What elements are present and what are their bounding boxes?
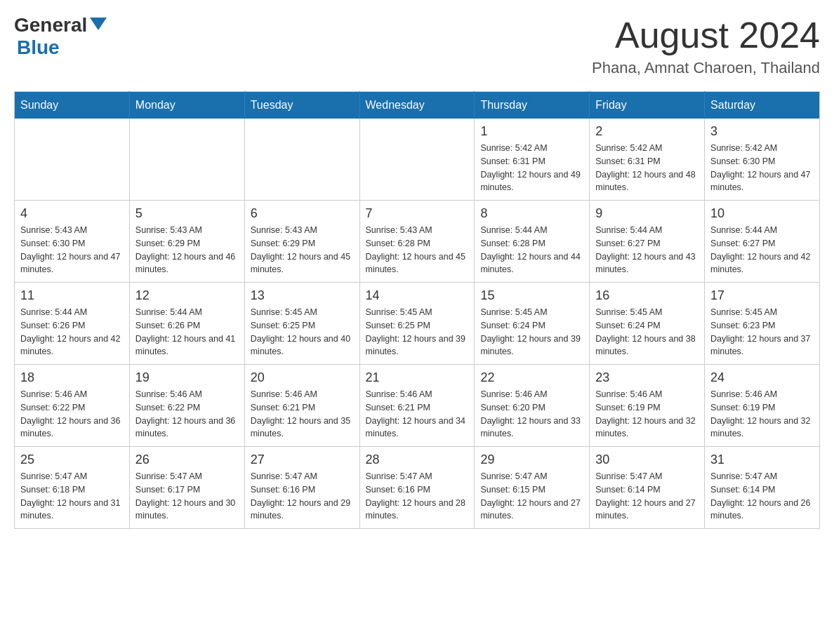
day-number: 31 bbox=[710, 452, 814, 467]
calendar-cell: 20Sunrise: 5:46 AMSunset: 6:21 PMDayligh… bbox=[244, 365, 359, 447]
calendar-week-row: 11Sunrise: 5:44 AMSunset: 6:26 PMDayligh… bbox=[15, 283, 820, 365]
calendar-cell bbox=[129, 119, 244, 201]
day-number: 21 bbox=[366, 370, 469, 385]
title-area: August 2024 Phana, Amnat Charoen, Thaila… bbox=[592, 14, 820, 77]
logo-blue-text: Blue bbox=[17, 36, 60, 58]
day-info: Sunrise: 5:46 AMSunset: 6:19 PMDaylight:… bbox=[710, 388, 814, 441]
day-number: 27 bbox=[251, 452, 354, 467]
calendar-cell: 24Sunrise: 5:46 AMSunset: 6:19 PMDayligh… bbox=[705, 365, 820, 447]
day-info: Sunrise: 5:43 AMSunset: 6:30 PMDaylight:… bbox=[20, 224, 124, 276]
calendar-cell: 22Sunrise: 5:46 AMSunset: 6:20 PMDayligh… bbox=[475, 365, 590, 447]
page-header: General Blue August 2024 Phana, Amnat Ch… bbox=[14, 14, 820, 77]
day-number: 19 bbox=[135, 370, 239, 385]
day-info: Sunrise: 5:44 AMSunset: 6:26 PMDaylight:… bbox=[20, 306, 124, 358]
calendar-cell: 30Sunrise: 5:47 AMSunset: 6:14 PMDayligh… bbox=[590, 447, 705, 529]
day-number: 24 bbox=[710, 370, 814, 385]
calendar-cell: 25Sunrise: 5:47 AMSunset: 6:18 PMDayligh… bbox=[15, 447, 130, 529]
calendar-cell: 18Sunrise: 5:46 AMSunset: 6:22 PMDayligh… bbox=[15, 365, 130, 447]
day-info: Sunrise: 5:47 AMSunset: 6:15 PMDaylight:… bbox=[480, 470, 583, 523]
calendar-cell: 16Sunrise: 5:45 AMSunset: 6:24 PMDayligh… bbox=[590, 283, 705, 365]
calendar-cell: 3Sunrise: 5:42 AMSunset: 6:30 PMDaylight… bbox=[705, 119, 820, 201]
calendar-week-row: 4Sunrise: 5:43 AMSunset: 6:30 PMDaylight… bbox=[15, 201, 820, 283]
calendar-cell: 5Sunrise: 5:43 AMSunset: 6:29 PMDaylight… bbox=[129, 201, 244, 283]
day-number: 13 bbox=[251, 288, 354, 303]
day-info: Sunrise: 5:46 AMSunset: 6:19 PMDaylight:… bbox=[595, 388, 699, 441]
calendar-cell: 12Sunrise: 5:44 AMSunset: 6:26 PMDayligh… bbox=[129, 283, 244, 365]
day-number: 18 bbox=[20, 370, 124, 385]
calendar-cell: 13Sunrise: 5:45 AMSunset: 6:25 PMDayligh… bbox=[244, 283, 359, 365]
calendar-cell: 15Sunrise: 5:45 AMSunset: 6:24 PMDayligh… bbox=[475, 283, 590, 365]
day-info: Sunrise: 5:45 AMSunset: 6:24 PMDaylight:… bbox=[595, 306, 699, 358]
weekday-header-row: SundayMondayTuesdayWednesdayThursdayFrid… bbox=[15, 92, 820, 119]
calendar-cell: 21Sunrise: 5:46 AMSunset: 6:21 PMDayligh… bbox=[359, 365, 475, 447]
day-info: Sunrise: 5:43 AMSunset: 6:29 PMDaylight:… bbox=[251, 224, 354, 276]
weekday-header-monday: Monday bbox=[129, 92, 244, 119]
logo-general-text: General bbox=[14, 14, 87, 36]
weekday-header-thursday: Thursday bbox=[475, 92, 590, 119]
day-number: 3 bbox=[710, 124, 814, 139]
day-number: 5 bbox=[135, 206, 239, 221]
day-number: 2 bbox=[595, 124, 699, 139]
day-info: Sunrise: 5:45 AMSunset: 6:24 PMDaylight:… bbox=[480, 306, 583, 358]
day-info: Sunrise: 5:43 AMSunset: 6:28 PMDaylight:… bbox=[366, 224, 469, 276]
day-info: Sunrise: 5:46 AMSunset: 6:21 PMDaylight:… bbox=[366, 388, 469, 441]
calendar-week-row: 25Sunrise: 5:47 AMSunset: 6:18 PMDayligh… bbox=[15, 447, 820, 529]
day-number: 6 bbox=[251, 206, 354, 221]
calendar-cell: 7Sunrise: 5:43 AMSunset: 6:28 PMDaylight… bbox=[359, 201, 475, 283]
calendar-cell: 31Sunrise: 5:47 AMSunset: 6:14 PMDayligh… bbox=[705, 447, 820, 529]
day-info: Sunrise: 5:45 AMSunset: 6:25 PMDaylight:… bbox=[251, 306, 354, 358]
logo: General bbox=[14, 14, 107, 36]
weekday-header-saturday: Saturday bbox=[705, 92, 820, 119]
day-info: Sunrise: 5:46 AMSunset: 6:22 PMDaylight:… bbox=[135, 388, 239, 441]
calendar-cell bbox=[15, 119, 130, 201]
day-number: 15 bbox=[480, 288, 583, 303]
calendar-cell: 14Sunrise: 5:45 AMSunset: 6:25 PMDayligh… bbox=[359, 283, 475, 365]
day-info: Sunrise: 5:47 AMSunset: 6:16 PMDaylight:… bbox=[251, 470, 354, 523]
weekday-header-friday: Friday bbox=[590, 92, 705, 119]
day-info: Sunrise: 5:47 AMSunset: 6:17 PMDaylight:… bbox=[135, 470, 239, 523]
weekday-header-tuesday: Tuesday bbox=[244, 92, 359, 119]
day-number: 25 bbox=[20, 452, 124, 467]
calendar-cell: 17Sunrise: 5:45 AMSunset: 6:23 PMDayligh… bbox=[705, 283, 820, 365]
day-info: Sunrise: 5:46 AMSunset: 6:20 PMDaylight:… bbox=[480, 388, 583, 441]
day-number: 26 bbox=[135, 452, 239, 467]
calendar-cell: 28Sunrise: 5:47 AMSunset: 6:16 PMDayligh… bbox=[359, 447, 475, 529]
logo-area: General Blue bbox=[14, 14, 107, 59]
calendar-cell: 8Sunrise: 5:44 AMSunset: 6:28 PMDaylight… bbox=[475, 201, 590, 283]
day-info: Sunrise: 5:45 AMSunset: 6:23 PMDaylight:… bbox=[710, 306, 814, 358]
calendar-cell bbox=[359, 119, 475, 201]
calendar-cell: 23Sunrise: 5:46 AMSunset: 6:19 PMDayligh… bbox=[590, 365, 705, 447]
calendar-week-row: 18Sunrise: 5:46 AMSunset: 6:22 PMDayligh… bbox=[15, 365, 820, 447]
day-info: Sunrise: 5:47 AMSunset: 6:14 PMDaylight:… bbox=[710, 470, 814, 523]
day-info: Sunrise: 5:43 AMSunset: 6:29 PMDaylight:… bbox=[135, 224, 239, 276]
weekday-header-wednesday: Wednesday bbox=[359, 92, 475, 119]
calendar-cell: 27Sunrise: 5:47 AMSunset: 6:16 PMDayligh… bbox=[244, 447, 359, 529]
day-number: 20 bbox=[251, 370, 354, 385]
day-number: 7 bbox=[366, 206, 469, 221]
day-number: 9 bbox=[595, 206, 699, 221]
weekday-header-sunday: Sunday bbox=[15, 92, 130, 119]
logo-triangle-icon bbox=[90, 18, 107, 30]
day-number: 1 bbox=[480, 124, 583, 139]
location-title: Phana, Amnat Charoen, Thailand bbox=[592, 59, 820, 77]
day-number: 11 bbox=[20, 288, 124, 303]
calendar-table: SundayMondayTuesdayWednesdayThursdayFrid… bbox=[14, 91, 820, 529]
day-number: 8 bbox=[480, 206, 583, 221]
day-number: 10 bbox=[710, 206, 814, 221]
day-info: Sunrise: 5:42 AMSunset: 6:30 PMDaylight:… bbox=[710, 142, 814, 194]
calendar-cell: 1Sunrise: 5:42 AMSunset: 6:31 PMDaylight… bbox=[475, 119, 590, 201]
calendar-cell: 2Sunrise: 5:42 AMSunset: 6:31 PMDaylight… bbox=[590, 119, 705, 201]
day-info: Sunrise: 5:47 AMSunset: 6:18 PMDaylight:… bbox=[20, 470, 124, 523]
calendar-cell: 19Sunrise: 5:46 AMSunset: 6:22 PMDayligh… bbox=[129, 365, 244, 447]
calendar-cell: 26Sunrise: 5:47 AMSunset: 6:17 PMDayligh… bbox=[129, 447, 244, 529]
calendar-cell: 4Sunrise: 5:43 AMSunset: 6:30 PMDaylight… bbox=[15, 201, 130, 283]
calendar-cell bbox=[244, 119, 359, 201]
day-number: 30 bbox=[595, 452, 699, 467]
day-number: 22 bbox=[480, 370, 583, 385]
month-title: August 2024 bbox=[592, 14, 820, 56]
day-info: Sunrise: 5:46 AMSunset: 6:21 PMDaylight:… bbox=[251, 388, 354, 441]
day-number: 14 bbox=[366, 288, 469, 303]
calendar-cell: 6Sunrise: 5:43 AMSunset: 6:29 PMDaylight… bbox=[244, 201, 359, 283]
day-number: 23 bbox=[595, 370, 699, 385]
calendar-week-row: 1Sunrise: 5:42 AMSunset: 6:31 PMDaylight… bbox=[15, 119, 820, 201]
